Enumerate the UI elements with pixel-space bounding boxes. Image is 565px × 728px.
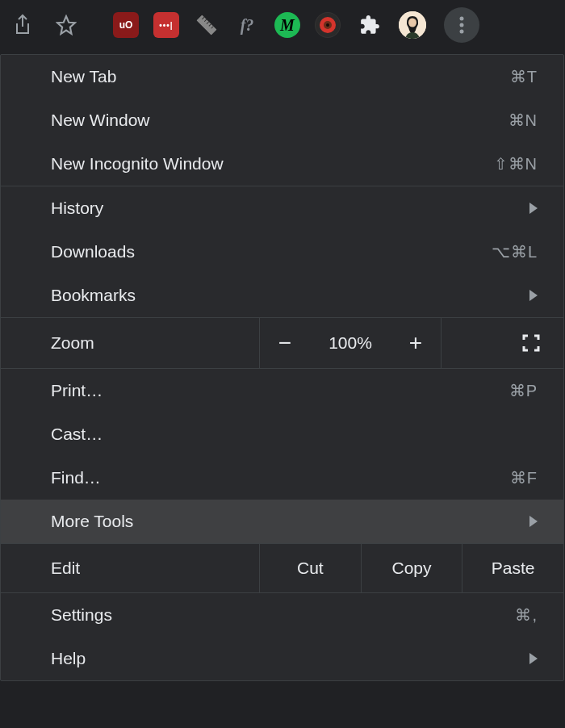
svg-text:uO: uO bbox=[119, 19, 133, 31]
menu-label: Print… bbox=[51, 381, 509, 400]
menu-label: Cast… bbox=[51, 425, 538, 444]
star-icon[interactable] bbox=[52, 10, 81, 40]
keyboard-shortcut: ⌥⌘L bbox=[492, 242, 538, 261]
divider-vertical bbox=[441, 318, 442, 368]
menu-item-cast[interactable]: Cast… bbox=[1, 412, 563, 456]
svg-text:M: M bbox=[279, 16, 295, 34]
svg-point-14 bbox=[408, 19, 416, 27]
keyboard-shortcut: ⌘P bbox=[509, 381, 538, 400]
zoom-label: Zoom bbox=[1, 333, 259, 353]
menu-item-bookmarks[interactable]: Bookmarks bbox=[1, 274, 563, 317]
1password-extension-icon[interactable]: •••| bbox=[153, 12, 179, 38]
menu-label: Settings bbox=[51, 605, 515, 625]
submenu-arrow-icon bbox=[529, 290, 538, 301]
menu-label: Bookmarks bbox=[51, 286, 525, 305]
ruler-extension-icon[interactable] bbox=[188, 6, 224, 43]
menu-item-zoom: Zoom − 100% + bbox=[1, 318, 563, 368]
menu-item-new-window[interactable]: New Window ⌘N bbox=[1, 98, 563, 142]
menu-item-print[interactable]: Print… ⌘P bbox=[1, 369, 563, 412]
cut-button[interactable]: Cut bbox=[260, 544, 361, 592]
svg-rect-1 bbox=[196, 15, 216, 35]
fullscreen-button[interactable] bbox=[499, 318, 563, 368]
menu-item-downloads[interactable]: Downloads ⌥⌘L bbox=[1, 230, 563, 274]
menu-item-help[interactable]: Help bbox=[1, 637, 563, 680]
eye-extension-icon[interactable] bbox=[315, 12, 341, 38]
extensions-puzzle-icon[interactable] bbox=[355, 10, 384, 40]
ublock-extension-icon[interactable]: uO bbox=[113, 12, 139, 38]
keyboard-shortcut: ⇧⌘N bbox=[494, 154, 538, 174]
menu-label: New Tab bbox=[51, 67, 510, 86]
menu-item-history[interactable]: History bbox=[1, 186, 563, 230]
menu-item-settings[interactable]: Settings ⌘, bbox=[1, 593, 563, 637]
browser-menu: New Tab ⌘T New Window ⌘N New Incognito W… bbox=[0, 54, 564, 681]
svg-point-16 bbox=[460, 23, 464, 27]
menu-item-new-incognito[interactable]: New Incognito Window ⇧⌘N bbox=[1, 142, 563, 186]
font-extension-icon[interactable]: f? bbox=[234, 12, 260, 38]
submenu-arrow-icon bbox=[529, 516, 538, 527]
svg-point-17 bbox=[460, 30, 464, 34]
keyboard-shortcut: ⌘, bbox=[515, 605, 538, 625]
svg-point-12 bbox=[326, 23, 329, 27]
keyboard-shortcut: ⌘T bbox=[510, 67, 538, 86]
menu-label: Help bbox=[51, 649, 525, 668]
submenu-arrow-icon bbox=[529, 203, 538, 214]
zoom-value: 100% bbox=[310, 333, 391, 353]
menu-label: History bbox=[51, 199, 525, 218]
menu-item-more-tools[interactable]: More Tools bbox=[1, 500, 563, 543]
menu-label: More Tools bbox=[51, 512, 525, 531]
edit-label: Edit bbox=[1, 559, 259, 578]
menu-item-find[interactable]: Find… ⌘F bbox=[1, 456, 563, 500]
submenu-arrow-icon bbox=[529, 653, 538, 664]
keyboard-shortcut: ⌘N bbox=[508, 111, 538, 130]
svg-point-15 bbox=[460, 17, 464, 21]
menu-item-edit: Edit Cut Copy Paste bbox=[1, 544, 563, 592]
browser-toolbar: uO •••| f? M bbox=[0, 0, 565, 50]
copy-button[interactable]: Copy bbox=[362, 544, 462, 592]
menu-label: Find… bbox=[51, 468, 510, 487]
share-icon[interactable] bbox=[8, 10, 37, 40]
menu-item-new-tab[interactable]: New Tab ⌘T bbox=[1, 55, 563, 98]
keyboard-shortcut: ⌘F bbox=[510, 468, 538, 487]
menu-button[interactable] bbox=[444, 7, 479, 43]
menu-label: Downloads bbox=[51, 242, 492, 261]
menu-label: New Incognito Window bbox=[51, 154, 494, 174]
zoom-in-button[interactable]: + bbox=[391, 318, 441, 368]
profile-avatar[interactable] bbox=[399, 11, 426, 39]
zoom-out-button[interactable]: − bbox=[260, 318, 310, 368]
menu-label: New Window bbox=[51, 111, 508, 130]
m-extension-icon[interactable]: M bbox=[274, 12, 300, 38]
paste-button[interactable]: Paste bbox=[462, 544, 563, 592]
